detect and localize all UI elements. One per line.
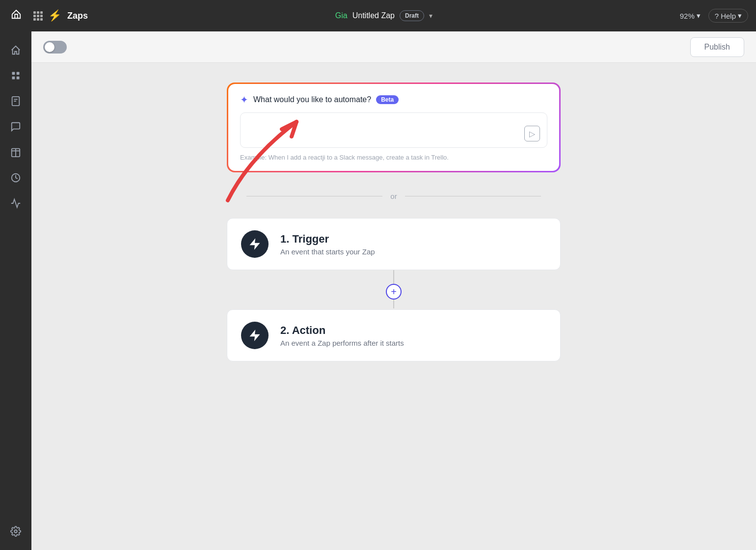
sparkle-icon: ✦ <box>240 94 248 106</box>
action-step-card[interactable]: 2. Action An event a Zap performs after … <box>227 309 561 361</box>
ai-automation-panel: ✦ What would you like to automate? Beta … <box>227 82 561 172</box>
add-step-button[interactable]: + <box>386 284 402 300</box>
divider-line-right <box>405 196 541 196</box>
sidebar-item-history[interactable] <box>5 167 27 189</box>
action-step-info: 2. Action An event a Zap performs after … <box>280 324 546 347</box>
sidebar-item-chat[interactable] <box>5 116 27 138</box>
svg-rect-3 <box>17 77 20 80</box>
trigger-number: 1. <box>280 233 289 245</box>
sidebar-item-home[interactable] <box>5 39 27 61</box>
publish-button[interactable]: Publish <box>690 37 744 57</box>
zoom-chevron-icon: ▾ <box>697 11 701 20</box>
help-circle-icon: ? <box>715 12 719 20</box>
connector-line-top <box>393 270 394 284</box>
zap-lightning-icon: ⚡ <box>48 9 61 22</box>
svg-rect-0 <box>12 72 15 75</box>
or-text: or <box>390 192 397 200</box>
divider-line-left <box>246 196 382 196</box>
sidebar-item-tables[interactable] <box>5 141 27 163</box>
trigger-title: Trigger <box>292 233 329 245</box>
sidebar-item-apps[interactable] <box>5 65 27 86</box>
action-number: 2. <box>280 324 289 336</box>
zap-toggle[interactable] <box>43 41 67 54</box>
trigger-step-title: 1. Trigger <box>280 233 546 246</box>
help-label: Help <box>721 12 736 20</box>
user-name: Gia <box>335 11 348 20</box>
svg-rect-2 <box>12 77 15 80</box>
beta-badge: Beta <box>376 95 399 104</box>
sidebar-item-zaps[interactable] <box>5 90 27 112</box>
ai-question-text: What would you like to automate? <box>253 95 371 104</box>
step-connector: + <box>386 270 402 309</box>
content-area: Publish ✦ What would you like to automat… <box>31 31 756 550</box>
action-title: Action <box>292 324 325 336</box>
zoom-control[interactable]: 92% ▾ <box>680 11 701 20</box>
svg-marker-13 <box>250 330 260 341</box>
zaps-label: Zaps <box>67 11 88 21</box>
trigger-step-icon <box>241 230 269 258</box>
main-layout: Publish ✦ What would you like to automat… <box>0 31 756 550</box>
trigger-step-description: An event that starts your Zap <box>280 248 546 256</box>
home-button[interactable] <box>8 6 25 26</box>
topnav-center: Gia Untitled Zap Draft ▾ <box>94 10 674 21</box>
ai-send-button[interactable]: ▷ <box>524 126 540 141</box>
top-navigation: ⚡ Zaps Gia Untitled Zap Draft ▾ 92% ▾ ? … <box>0 0 756 31</box>
svg-rect-1 <box>17 72 20 75</box>
ai-panel-header: ✦ What would you like to automate? Beta <box>240 94 547 106</box>
action-step-title: 2. Action <box>280 324 546 337</box>
action-step-icon <box>241 322 269 349</box>
trigger-step-info: 1. Trigger An event that starts your Zap <box>280 233 546 256</box>
trigger-step-card[interactable]: 1. Trigger An event that starts your Zap <box>227 218 561 270</box>
ai-example-text: Example: When I add a reactji to a Slack… <box>240 154 547 161</box>
connector-line-bottom <box>393 300 394 308</box>
canvas: ✦ What would you like to automate? Beta … <box>31 63 756 550</box>
svg-point-11 <box>14 530 17 533</box>
zap-title[interactable]: Untitled Zap <box>352 11 395 20</box>
ai-input-container[interactable]: ▷ <box>240 112 547 148</box>
content-topbar: Publish <box>31 31 756 63</box>
action-step-description: An event a Zap performs after it starts <box>280 339 546 347</box>
zoom-level: 92% <box>680 12 695 20</box>
topnav-right: 92% ▾ ? Help ▾ <box>680 9 748 23</box>
or-divider: or <box>246 192 541 200</box>
draft-badge[interactable]: Draft <box>400 10 424 21</box>
ai-panel-inner: ✦ What would you like to automate? Beta … <box>228 84 559 171</box>
sidebar-item-settings[interactable] <box>5 521 27 542</box>
help-button[interactable]: ? Help ▾ <box>708 9 748 23</box>
grid-menu-button[interactable] <box>30 8 42 24</box>
dropdown-chevron-icon[interactable]: ▾ <box>429 12 432 20</box>
help-chevron-icon: ▾ <box>738 11 742 20</box>
sidebar <box>0 31 31 550</box>
sidebar-item-activity[interactable] <box>5 192 27 214</box>
svg-marker-12 <box>250 238 260 249</box>
send-icon: ▷ <box>529 129 535 138</box>
toggle-knob <box>45 42 54 52</box>
